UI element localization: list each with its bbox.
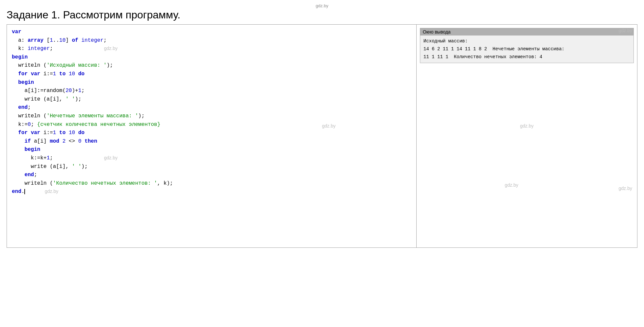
output-window: Окно вывода Исходный массив: 14 6 2 11 1…: [420, 28, 634, 63]
code-line-16: k:=k+1; gdz.by: [12, 154, 411, 163]
title-bold: Задание 1.: [7, 9, 60, 21]
code-line-18: end;: [12, 171, 411, 179]
code-line-9: write (a[i], ' ');: [12, 95, 411, 104]
code-line-17: write (a[i], ' ');: [12, 163, 411, 171]
code-line-2: a: array [1..10] of integer;: [12, 36, 411, 45]
code-line-19: writeln ('Количество нечетных элементов:…: [12, 179, 411, 188]
code-line-5: writeln ('Исходный массив: ');: [12, 61, 411, 70]
main-container: var a: array [1..10] of integer; k: inte…: [7, 24, 637, 248]
code-line-11: writeln ('Нечетные элементы массива: ');: [12, 112, 411, 121]
watermark-top-right: gdz.by: [619, 28, 632, 33]
output-content: Исходный массив: 14 6 2 11 1 14 11 1 8 2…: [420, 35, 633, 63]
code-line-15: begin: [12, 146, 411, 154]
code-panel: var a: array [1..10] of integer; k: inte…: [7, 25, 417, 247]
code-line-12: k:=0; {счетчик количества нечетных элеме…: [12, 121, 411, 129]
watermark-code-lower: gdz.by: [104, 154, 117, 161]
watermark-far-right: gdz.by: [619, 186, 632, 191]
right-panel: gdz.by Окно вывода Исходный массив: 14 6…: [417, 25, 637, 247]
output-title-bar: Окно вывода: [420, 28, 633, 35]
page-watermark-top: gdz.by: [7, 3, 637, 8]
code-line-8: a[i]:=random(20)+1;: [12, 87, 411, 95]
code-line-7: begin: [12, 79, 411, 87]
code-line-10: end;: [12, 104, 411, 112]
code-line-6: for var i:=1 to 10 do: [12, 70, 411, 79]
watermark-bottom-left: gdz.by: [45, 188, 58, 195]
title-normal: Рассмотрим программу.: [60, 9, 181, 21]
watermark-k-integer: gdz.by: [104, 45, 117, 52]
code-line-14: if a[i] mod 2 <> 0 then: [12, 137, 411, 146]
watermark-code-mid: gdz.by: [322, 123, 336, 128]
code-line-4: begin: [12, 53, 411, 62]
code-line-13: for var i:=1 to 10 do: [12, 129, 411, 137]
watermark-lower-right: gdz.by: [505, 182, 518, 188]
watermark-mid-right: gdz.by: [520, 123, 533, 128]
code-line-20: end. gdz.by: [12, 188, 411, 196]
page-title: Задание 1. Рассмотрим программу.: [7, 9, 637, 21]
output-line-2: 14 6 2 11 1 14 11 1 8 2 Нечетные элемент…: [424, 45, 630, 53]
code-line-1: var: [12, 28, 411, 36]
output-line-1: Исходный массив:: [424, 37, 630, 45]
output-line-3: 11 1 11 1 Количество нечетных элементов:…: [424, 53, 630, 61]
code-line-3: k: integer; gdz.by: [12, 45, 411, 53]
